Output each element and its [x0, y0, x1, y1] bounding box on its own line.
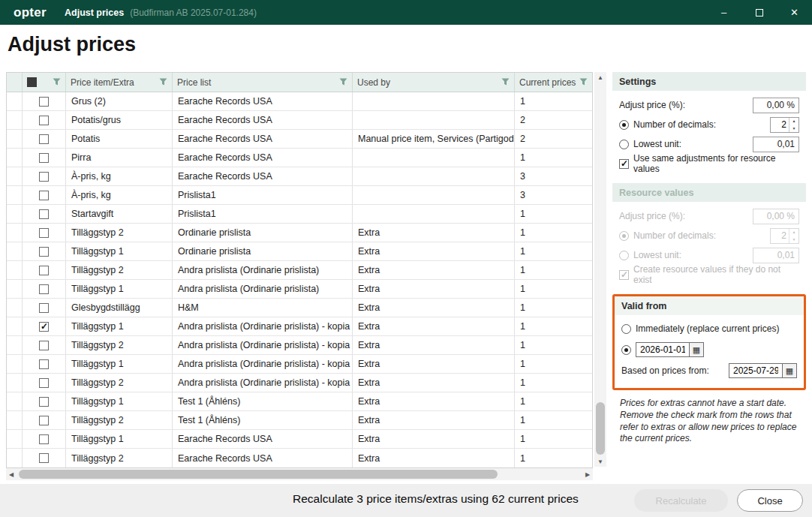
row-checkbox-cell[interactable] [23, 92, 66, 110]
row-checkbox-cell[interactable] [23, 430, 66, 448]
row-checkbox[interactable] [39, 434, 49, 444]
row-checkbox-cell[interactable] [23, 392, 66, 410]
checkbox-column-header[interactable] [23, 73, 66, 92]
filter-icon[interactable] [53, 77, 61, 88]
row-selector-cell[interactable] [7, 336, 23, 354]
row-selector-cell[interactable] [7, 280, 23, 298]
row-checkbox-cell[interactable] [23, 111, 66, 129]
column-header-used-by[interactable]: Used by [353, 73, 515, 92]
column-header-current-prices[interactable]: Current prices [515, 73, 592, 92]
row-checkbox[interactable] [39, 116, 49, 125]
row-checkbox[interactable] [39, 134, 49, 144]
stepper-up-icon[interactable]: ▲ [789, 118, 798, 125]
row-checkbox-cell[interactable] [23, 336, 66, 354]
select-all-checkbox[interactable] [27, 77, 37, 87]
filter-icon[interactable] [339, 77, 347, 88]
row-checkbox-cell[interactable] [23, 411, 66, 429]
row-checkbox[interactable] [39, 247, 49, 257]
row-selector-cell[interactable] [7, 92, 23, 110]
row-checkbox[interactable] [39, 397, 49, 407]
row-selector-cell[interactable] [7, 167, 23, 185]
decimals-input[interactable] [771, 118, 789, 132]
decimals-stepper[interactable]: ▲ ▼ [770, 117, 799, 133]
row-selector-cell[interactable] [7, 149, 23, 167]
close-window-button[interactable]: ✕ [777, 0, 812, 25]
close-button[interactable]: Close [737, 489, 803, 512]
row-selector-cell[interactable] [7, 392, 23, 410]
row-selector-cell[interactable] [7, 224, 23, 242]
row-checkbox[interactable] [39, 97, 49, 107]
row-selector-cell[interactable] [7, 261, 23, 279]
row-checkbox-cell[interactable] [23, 261, 66, 279]
vertical-scrollbar-thumb[interactable] [596, 402, 605, 455]
scroll-down-icon[interactable]: ▼ [594, 456, 606, 467]
column-header-price-item[interactable]: Price item/Extra [66, 73, 173, 92]
row-checkbox[interactable] [39, 209, 49, 219]
based-on-date-input[interactable] [729, 363, 783, 378]
vertical-scrollbar[interactable]: ▲ ▼ [594, 72, 606, 467]
immediately-radio[interactable] [621, 324, 631, 334]
row-checkbox-cell[interactable] [23, 317, 66, 335]
column-header-price-list[interactable]: Price list [173, 73, 353, 92]
row-checkbox[interactable] [39, 284, 49, 294]
row-selector-cell[interactable] [7, 186, 23, 204]
row-checkbox-cell[interactable] [23, 374, 66, 392]
row-selector-cell[interactable] [7, 374, 23, 392]
filter-icon[interactable] [501, 77, 510, 88]
row-checkbox-cell[interactable] [23, 167, 66, 185]
row-selector-cell[interactable] [7, 242, 23, 260]
row-selector-cell[interactable] [7, 430, 23, 448]
recalculate-button[interactable]: Recalculate [634, 489, 728, 512]
filter-icon[interactable] [579, 77, 588, 88]
row-checkbox-cell[interactable] [23, 355, 66, 373]
row-checkbox-cell[interactable] [23, 280, 66, 298]
row-checkbox[interactable] [39, 378, 49, 388]
row-selector-cell[interactable] [7, 449, 23, 467]
row-checkbox[interactable] [39, 322, 49, 332]
cell-used-by: Extra [353, 242, 515, 260]
calendar-icon[interactable]: ▦ [783, 363, 797, 378]
row-checkbox-cell[interactable] [23, 299, 66, 317]
row-selector-cell[interactable] [7, 130, 23, 148]
lowest-unit-input[interactable] [753, 137, 799, 152]
lowest-unit-radio[interactable] [619, 140, 629, 149]
row-selector-cell[interactable] [7, 205, 23, 223]
number-of-decimals-radio[interactable] [619, 120, 629, 130]
row-checkbox-cell[interactable] [23, 186, 66, 204]
row-checkbox-cell[interactable] [23, 224, 66, 242]
row-checkbox-cell[interactable] [23, 449, 66, 467]
scroll-up-icon[interactable]: ▲ [594, 72, 606, 83]
row-checkbox-cell[interactable] [23, 242, 66, 260]
filter-icon[interactable] [159, 77, 167, 88]
row-checkbox[interactable] [39, 416, 49, 425]
row-checkbox[interactable] [39, 153, 49, 163]
adjust-price-input[interactable] [753, 98, 799, 113]
calendar-icon[interactable]: ▦ [690, 342, 704, 357]
row-checkbox-cell[interactable] [23, 149, 66, 167]
row-checkbox-cell[interactable] [23, 205, 66, 223]
valid-from-date-input[interactable] [636, 342, 690, 357]
same-adjustments-checkbox[interactable] [619, 159, 629, 169]
row-checkbox[interactable] [39, 453, 49, 463]
row-checkbox[interactable] [39, 341, 49, 350]
row-selector-cell[interactable] [7, 299, 23, 317]
row-selector-cell[interactable] [7, 355, 23, 373]
row-checkbox-cell[interactable] [23, 130, 66, 148]
row-checkbox[interactable] [39, 228, 49, 238]
row-selector-cell[interactable] [7, 317, 23, 335]
row-checkbox[interactable] [39, 191, 49, 200]
valid-from-date-radio[interactable] [621, 345, 631, 355]
maximize-button[interactable] [741, 0, 777, 25]
row-checkbox[interactable] [39, 266, 49, 275]
row-checkbox[interactable] [39, 303, 49, 313]
scroll-right-icon[interactable]: ▶ [582, 468, 593, 480]
horizontal-scrollbar[interactable]: ◀ ▶ [6, 468, 593, 480]
row-selector-cell[interactable] [7, 411, 23, 429]
horizontal-scrollbar-thumb[interactable] [19, 470, 498, 479]
row-checkbox[interactable] [39, 359, 49, 369]
row-checkbox[interactable] [39, 172, 49, 182]
row-selector-cell[interactable] [7, 111, 23, 129]
minimize-button[interactable]: – [706, 0, 741, 25]
scroll-left-icon[interactable]: ◀ [6, 468, 17, 480]
stepper-down-icon[interactable]: ▼ [789, 125, 798, 132]
